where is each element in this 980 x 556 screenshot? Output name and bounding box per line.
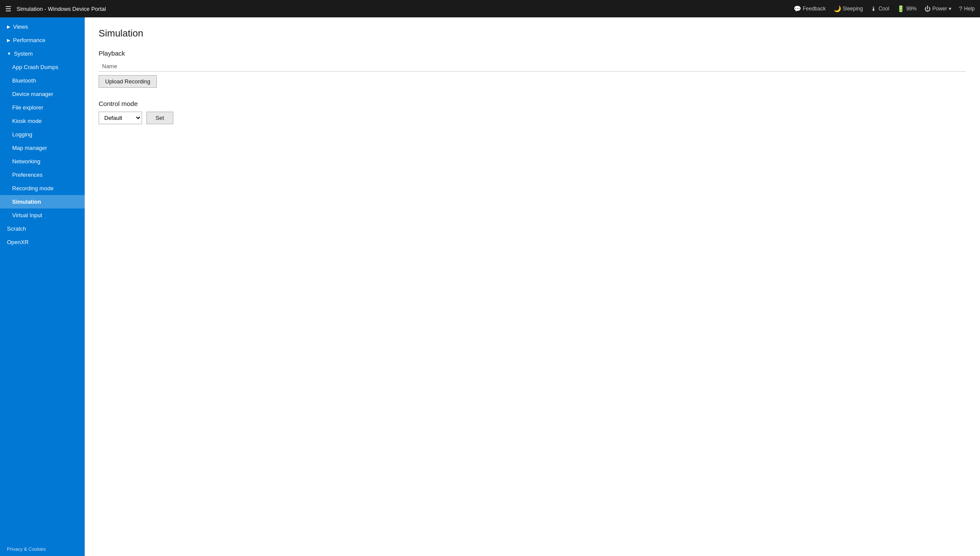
set-button[interactable]: Set: [146, 112, 173, 124]
sidebar-item-openxr[interactable]: OpenXR: [0, 235, 85, 249]
sidebar-item-app-crash-dumps[interactable]: App Crash Dumps: [0, 60, 85, 74]
playback-title: Playback: [99, 50, 966, 57]
sidebar-group-system[interactable]: ▼ System: [0, 47, 85, 60]
sidebar-group-views-label: Views: [13, 23, 28, 30]
sidebar-item-recording-mode[interactable]: Recording mode: [0, 182, 85, 195]
battery-label: 99%: [906, 6, 917, 12]
sidebar-item-networking[interactable]: Networking: [0, 155, 85, 168]
battery-button[interactable]: 🔋 99%: [897, 5, 917, 12]
sidebar-group-performance-label: Performance: [13, 37, 45, 43]
performance-arrow-icon: ▶: [7, 38, 10, 43]
sidebar-collapse-button[interactable]: ◀: [83, 22, 85, 34]
help-label: Help: [964, 6, 975, 12]
sidebar-group-system-label: System: [14, 50, 33, 57]
sleeping-label: Sleeping: [843, 6, 863, 12]
sidebar-item-kiosk-mode[interactable]: Kiosk mode: [0, 114, 85, 128]
feedback-button[interactable]: 💬 Feedback: [794, 5, 826, 12]
playback-col-name: Name: [99, 63, 185, 70]
power-button[interactable]: ⏻ Power ▾: [924, 5, 951, 12]
help-button[interactable]: ? Help: [959, 5, 975, 12]
control-mode-dropdown[interactable]: Default Manual Simulation: [99, 112, 142, 124]
sidebar-item-scratch[interactable]: Scratch: [0, 222, 85, 235]
sidebar-item-device-manager[interactable]: Device manager: [0, 87, 85, 101]
feedback-label: Feedback: [803, 6, 826, 12]
temperature-icon: 🌡: [871, 5, 877, 12]
page-title: Simulation: [99, 28, 966, 39]
upload-recording-button[interactable]: Upload Recording: [99, 75, 157, 88]
sidebar: ◀ ▶ Views ▶ Performance ▼ System App Cra…: [0, 17, 85, 556]
privacy-cookies-link[interactable]: Privacy & Cookies: [0, 542, 85, 556]
sidebar-item-map-manager[interactable]: Map manager: [0, 141, 85, 155]
content-area: Simulation Playback Name Upload Recordin…: [85, 17, 980, 556]
battery-icon: 🔋: [897, 5, 904, 12]
sleeping-button[interactable]: 🌙 Sleeping: [834, 5, 863, 12]
cool-label: Cool: [878, 6, 889, 12]
sidebar-group-performance[interactable]: ▶ Performance: [0, 33, 85, 47]
topbar: ☰ Simulation - Windows Device Portal 💬 F…: [0, 0, 980, 17]
playback-table-header: Name: [99, 61, 966, 72]
help-icon: ?: [959, 5, 963, 12]
sidebar-item-bluetooth[interactable]: Bluetooth: [0, 74, 85, 87]
sidebar-item-virtual-input[interactable]: Virtual Input: [0, 208, 85, 222]
cool-button[interactable]: 🌡 Cool: [871, 5, 889, 12]
control-mode-row: Default Manual Simulation Set: [99, 112, 966, 124]
sidebar-item-simulation[interactable]: Simulation: [0, 195, 85, 208]
sidebar-item-preferences[interactable]: Preferences: [0, 168, 85, 182]
feedback-icon: 💬: [794, 5, 801, 12]
sidebar-item-logging[interactable]: Logging: [0, 128, 85, 141]
control-mode-title: Control mode: [99, 100, 966, 107]
power-icon: ⏻: [924, 5, 930, 12]
power-label: Power ▾: [932, 6, 951, 12]
main-layout: ◀ ▶ Views ▶ Performance ▼ System App Cra…: [0, 17, 980, 556]
hamburger-icon[interactable]: ☰: [5, 5, 11, 13]
app-title: Simulation - Windows Device Portal: [17, 6, 794, 12]
views-arrow-icon: ▶: [7, 24, 10, 29]
sidebar-item-file-explorer[interactable]: File explorer: [0, 101, 85, 114]
top-actions: 💬 Feedback 🌙 Sleeping 🌡 Cool 🔋 99% ⏻ Pow…: [794, 5, 975, 12]
system-arrow-icon: ▼: [7, 51, 11, 56]
playback-section: Playback Name Upload Recording: [99, 50, 966, 88]
nav-section: ▶ Views ▶ Performance ▼ System App Crash…: [0, 17, 85, 252]
control-mode-section: Control mode Default Manual Simulation S…: [99, 100, 966, 124]
sidebar-group-views[interactable]: ▶ Views: [0, 20, 85, 33]
sleeping-icon: 🌙: [834, 5, 841, 12]
